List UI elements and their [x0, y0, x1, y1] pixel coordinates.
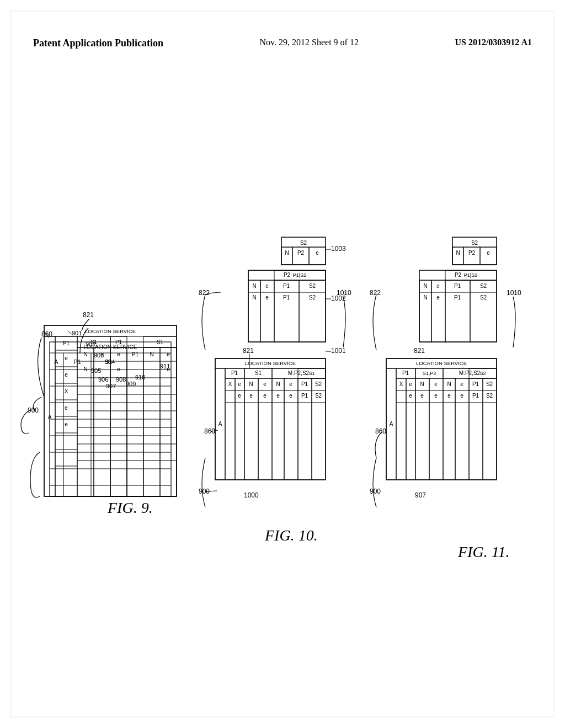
svg-rect-145 [274, 280, 299, 342]
svg-text:e: e [117, 351, 120, 357]
svg-text:821: 821 [414, 347, 425, 355]
svg-text:N: N [285, 250, 289, 256]
svg-rect-96 [225, 378, 235, 480]
svg-text:N: N [456, 250, 460, 256]
svg-text:FIG. 10.: FIG. 10. [264, 527, 318, 544]
svg-text:e: e [434, 381, 438, 387]
svg-rect-220 [431, 280, 445, 342]
fig11-diagram: LOCATION SERVICE A P1 X e e S1,P2 N e e … [370, 237, 521, 507]
svg-text:FIG. 11.: FIG. 11. [457, 543, 510, 560]
svg-text:1010: 1010 [507, 289, 521, 297]
svg-text:e: e [117, 366, 120, 372]
svg-text:908: 908 [116, 376, 126, 383]
svg-text:N: N [447, 381, 451, 387]
svg-text:e: e [263, 393, 266, 399]
svg-text:P1: P1 [231, 370, 238, 376]
svg-text:906: 906 [98, 376, 108, 383]
svg-text:N: N [252, 283, 256, 289]
svg-text:S1,P2: S1,P2 [423, 371, 436, 376]
svg-text:P1: P1 [454, 295, 461, 301]
svg-text:900: 900 [370, 488, 381, 495]
svg-text:e: e [447, 393, 451, 399]
svg-text:P1: P1 [283, 295, 290, 301]
svg-rect-139 [248, 280, 260, 342]
svg-text:P1: P1 [472, 381, 479, 387]
svg-rect-146 [299, 280, 326, 342]
svg-text:903: 903 [94, 352, 104, 358]
svg-text:N: N [83, 351, 87, 357]
svg-text:S1: S1 [255, 370, 262, 376]
fig9-table: LOCATION SERVICE A P1 e e X e e S1 N e [44, 325, 177, 496]
svg-text:P1: P1 [132, 351, 139, 357]
svg-text:e: e [289, 381, 292, 387]
svg-text:S2: S2 [480, 295, 487, 301]
svg-text:e: e [65, 355, 68, 361]
svg-text:X: X [228, 381, 232, 387]
svg-text:e: e [65, 405, 68, 411]
svg-text:e: e [265, 283, 269, 289]
svg-text:S2: S2 [309, 295, 316, 301]
svg-text:P2: P2 [297, 250, 305, 256]
svg-text:N: N [249, 381, 253, 387]
svg-text:N: N [420, 381, 424, 387]
svg-text:S2: S2 [315, 393, 322, 399]
svg-rect-218 [419, 280, 431, 342]
svg-rect-175 [396, 378, 406, 480]
svg-text:860: 860 [41, 330, 52, 338]
svg-text:P1: P1 [472, 393, 479, 399]
svg-text:911: 911 [160, 363, 170, 370]
svg-text:P1: P1 [63, 340, 70, 346]
svg-rect-136 [248, 270, 326, 342]
svg-text:LOCATION SERVICE: LOCATION SERVICE [416, 360, 467, 366]
svg-text:e: e [434, 393, 438, 399]
svg-text:A: A [390, 421, 393, 427]
svg-text:e: e [487, 250, 490, 256]
svg-text:e: e [460, 393, 463, 399]
svg-text:e: e [65, 421, 68, 427]
svg-text:e: e [276, 393, 280, 399]
svg-text:821: 821 [243, 347, 254, 355]
svg-text:S2: S2 [309, 283, 316, 289]
svg-text:907: 907 [106, 383, 116, 389]
svg-text:FIG. 9.: FIG. 9. [107, 499, 153, 516]
svg-rect-215 [419, 270, 497, 342]
svg-text:1001: 1001 [331, 347, 346, 355]
svg-text:860: 860 [375, 427, 386, 435]
svg-text:M:P2,S2: M:P2,S2 [288, 370, 310, 376]
svg-text:e: e [436, 283, 440, 289]
svg-text:e: e [238, 381, 241, 387]
svg-text:e: e [289, 393, 292, 399]
svg-rect-141 [260, 280, 274, 342]
svg-text:S2: S2 [486, 381, 493, 387]
svg-text:X: X [65, 388, 68, 394]
svg-text:S1: S1 [308, 371, 315, 376]
svg-text:S2: S2 [480, 283, 487, 289]
svg-text:A: A [48, 414, 52, 420]
svg-text:N: N [252, 295, 256, 301]
svg-text:S2: S2 [479, 371, 486, 376]
svg-text:e: e [65, 372, 68, 378]
svg-text:e: e [420, 393, 424, 399]
svg-text:e: e [167, 351, 170, 357]
svg-text:e: e [249, 393, 253, 399]
svg-text:N: N [83, 366, 87, 372]
svg-text:N: N [423, 295, 427, 301]
svg-text:P1: P1 [115, 339, 122, 345]
svg-text:P2: P2 [468, 250, 476, 256]
svg-text:P1: P1 [301, 381, 308, 387]
svg-text:910: 910 [135, 374, 145, 381]
svg-text:1000: 1000 [244, 491, 259, 499]
svg-text:902: 902 [86, 341, 95, 347]
svg-text:P1: P1 [283, 283, 290, 289]
svg-text:P1: P1 [301, 393, 308, 399]
svg-text:M:P2,S2: M:P2,S2 [459, 370, 481, 376]
svg-text:901: 901 [72, 330, 82, 336]
svg-text:1010: 1010 [337, 289, 351, 297]
svg-text:S2: S2 [300, 240, 307, 246]
svg-text:P2: P2 [455, 272, 462, 278]
svg-text:1003: 1003 [331, 245, 346, 253]
svg-text:S1: S1 [157, 339, 164, 345]
svg-text:S2: S2 [486, 393, 493, 399]
svg-text:e: e [265, 295, 269, 301]
svg-text:S2: S2 [315, 381, 322, 387]
